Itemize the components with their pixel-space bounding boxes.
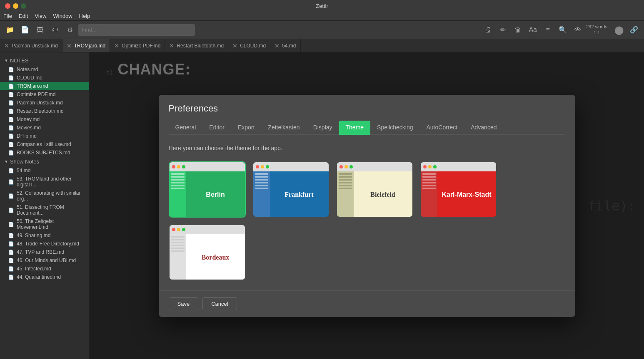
prefs-tab-spellchecking[interactable]: Spellchecking bbox=[370, 121, 419, 135]
sidebar-item-books[interactable]: 📄 BOOKS SUBJETCS.md bbox=[0, 149, 89, 157]
tab-pacman[interactable]: ✕ Pacman Unstuck.md bbox=[0, 39, 62, 52]
file-icon: 📄 bbox=[8, 233, 14, 238]
trash-icon[interactable]: 🗑 bbox=[511, 23, 524, 37]
sidebar-item-dflip[interactable]: 📄 DFlip.md bbox=[0, 132, 89, 140]
dot-red bbox=[172, 165, 175, 168]
sidebar-item-52[interactable]: 📄 52. Collaborating with similar org... bbox=[0, 189, 89, 203]
font-icon[interactable]: Aa bbox=[526, 23, 539, 37]
sidebar-item-51[interactable]: 📄 51. Dissecting TROM Document... bbox=[0, 203, 89, 217]
menu-help[interactable]: Help bbox=[79, 13, 90, 19]
prefs-tab-advanced[interactable]: Advanced bbox=[464, 121, 503, 135]
card-main: Frankfurt bbox=[270, 171, 329, 218]
align-icon[interactable]: ≡ bbox=[541, 23, 554, 37]
menu-window[interactable]: Window bbox=[53, 13, 72, 19]
prefs-tab-autocorrect[interactable]: AutoCorrect bbox=[420, 121, 464, 135]
toolbar: 📁 📄 🖼 🏷 ⚙ 🖨 ✏ 🗑 Aa ≡ 🔍 👁 292 words 1:1 ⬤… bbox=[0, 21, 644, 39]
prefs-tab-display[interactable]: Display bbox=[307, 121, 339, 135]
sidebar-line bbox=[422, 179, 436, 181]
word-count: 292 words 1:1 bbox=[586, 24, 607, 35]
settings-icon[interactable]: ⚙ bbox=[63, 23, 77, 37]
dot-red bbox=[339, 165, 343, 168]
card-titlebar bbox=[421, 162, 496, 171]
card-main: Bordeaux bbox=[186, 234, 245, 280]
tag-icon[interactable]: 🏷 bbox=[48, 23, 62, 37]
theme-card-berlin[interactable]: Berlin bbox=[169, 161, 246, 218]
search2-icon[interactable]: 🔍 bbox=[556, 23, 569, 37]
sidebar-item-46[interactable]: 📄 46. Our Minds and UBI.md bbox=[0, 256, 89, 265]
tab-close-icon[interactable]: ✕ bbox=[114, 43, 119, 49]
editor-area[interactable]: h1 CHANGE: file): Preferences General Ed… bbox=[90, 52, 644, 359]
tab-close-icon[interactable]: ✕ bbox=[275, 43, 280, 49]
tab-close-icon[interactable]: ✕ bbox=[232, 43, 237, 49]
sidebar-line bbox=[255, 188, 268, 189]
menu-edit[interactable]: Edit bbox=[19, 13, 28, 19]
sidebar-item-45[interactable]: 📄 45. Infected.md bbox=[0, 265, 89, 273]
close-button[interactable] bbox=[5, 3, 10, 9]
sidebar-line bbox=[339, 179, 352, 181]
sidebar-item-48[interactable]: 📄 48. Trade-Free Directory.md bbox=[0, 240, 89, 248]
sidebar-item-optimize[interactable]: 📄 Optimize PDF.md bbox=[0, 90, 89, 99]
sidebar-item-notes[interactable]: 📄 Notes.md bbox=[0, 65, 89, 74]
sidebar-item-53[interactable]: 📄 53. TROMland and other digital l... bbox=[0, 175, 89, 189]
tab-optimize[interactable]: ✕ Optimize PDF.md bbox=[110, 39, 165, 52]
print-icon[interactable]: 🖨 bbox=[481, 23, 494, 37]
theme-card-frankfurt[interactable]: Frankfurt bbox=[252, 161, 329, 218]
card-body: Karl-Marx-Stadt bbox=[421, 171, 496, 218]
preferences-header: Preferences General Editor Export Zettel… bbox=[159, 95, 575, 135]
sidebar-item-47[interactable]: 📄 47. TVP and RBE.md bbox=[0, 248, 89, 256]
sidebar-line bbox=[171, 185, 185, 186]
image-icon[interactable]: 🖼 bbox=[33, 23, 47, 37]
sidebar-line bbox=[171, 245, 185, 246]
dot-yellow bbox=[428, 165, 432, 168]
tab-54[interactable]: ✕ 54.md bbox=[270, 39, 300, 52]
dot-green bbox=[433, 165, 437, 168]
theme-card-bielefeld[interactable]: Bielefeld bbox=[336, 161, 413, 218]
menu-view[interactable]: View bbox=[35, 13, 46, 19]
file-icon[interactable]: 📄 bbox=[18, 23, 32, 37]
prefs-tab-zettelkasten[interactable]: Zettelkasten bbox=[261, 121, 306, 135]
tab-close-icon[interactable]: ✕ bbox=[67, 43, 72, 49]
prefs-tab-export[interactable]: Export bbox=[231, 121, 261, 135]
tab-close-icon[interactable]: ✕ bbox=[169, 43, 174, 49]
theme-card-kms[interactable]: Karl-Marx-Stadt bbox=[420, 161, 497, 218]
sidebar-item-money[interactable]: 📄 Money.md bbox=[0, 115, 89, 124]
sidebar-item-50[interactable]: 📄 50. The Zeitgeist Movement.md bbox=[0, 217, 89, 231]
card-sidebar bbox=[170, 234, 186, 280]
sidebar-show-notes-section[interactable]: ▼ Show Notes bbox=[0, 157, 89, 166]
sidebar-item-cloud[interactable]: 📄 CLOUD.md bbox=[0, 74, 89, 82]
preview-icon[interactable]: 👁 bbox=[571, 23, 584, 37]
tab-tromjaro[interactable]: ✕ TROMjaro.md bbox=[62, 39, 110, 52]
folder-icon[interactable]: 📁 bbox=[3, 23, 17, 37]
card-main: Bielefeld bbox=[354, 171, 412, 218]
sidebar: ▼ NOTES 📄 Notes.md 📄 CLOUD.md 📄 TROMjaro… bbox=[0, 52, 90, 359]
prefs-tab-general[interactable]: General bbox=[169, 121, 203, 135]
tab-cloud[interactable]: ✕ CLOUD.md bbox=[228, 39, 270, 52]
tab-restart[interactable]: ✕ Restart Bluetooth.md bbox=[165, 39, 228, 52]
theme-card-bordeaux[interactable]: Bordeaux bbox=[169, 224, 246, 280]
sidebar-item-companies[interactable]: 📄 Companies I still use.md bbox=[0, 140, 89, 149]
cancel-button[interactable]: Cancel bbox=[202, 297, 237, 310]
sidebar-item-44[interactable]: 📄 44. Quarantined.md bbox=[0, 273, 89, 281]
card-body: Bielefeld bbox=[337, 171, 412, 218]
prefs-tab-theme[interactable]: Theme bbox=[339, 121, 371, 135]
prefs-tab-editor[interactable]: Editor bbox=[202, 121, 231, 135]
main-layout: ▼ NOTES 📄 Notes.md 📄 CLOUD.md 📄 TROMjaro… bbox=[0, 52, 644, 359]
minimize-button[interactable] bbox=[13, 3, 18, 9]
maximize-button[interactable] bbox=[21, 3, 26, 9]
sidebar-item-restart[interactable]: 📄 Restart Bluetooth.md bbox=[0, 107, 89, 115]
sidebar-item-54[interactable]: 📄 54.md bbox=[0, 166, 89, 175]
sidebar-item-tromjaro[interactable]: 📄 TROMjaro.md bbox=[0, 82, 89, 90]
sidebar-item-49[interactable]: 📄 49. Sharing.md bbox=[0, 231, 89, 240]
search-input[interactable] bbox=[78, 24, 195, 36]
sidebar-item-movies[interactable]: 📄 Movies.md bbox=[0, 124, 89, 132]
sidebar-item-pacman[interactable]: 📄 Pacman Unstuck.md bbox=[0, 99, 89, 107]
circle-icon[interactable]: ⬤ bbox=[612, 23, 626, 37]
sidebar-line bbox=[255, 173, 268, 175]
save-button[interactable]: Save bbox=[169, 297, 199, 310]
menu-file[interactable]: File bbox=[3, 13, 12, 19]
link-icon[interactable]: 🔗 bbox=[627, 23, 641, 37]
sidebar-notes-section[interactable]: ▼ NOTES bbox=[0, 56, 89, 65]
tab-close-icon[interactable]: ✕ bbox=[4, 43, 9, 49]
dot-yellow bbox=[344, 165, 348, 168]
edit-icon[interactable]: ✏ bbox=[496, 23, 509, 37]
